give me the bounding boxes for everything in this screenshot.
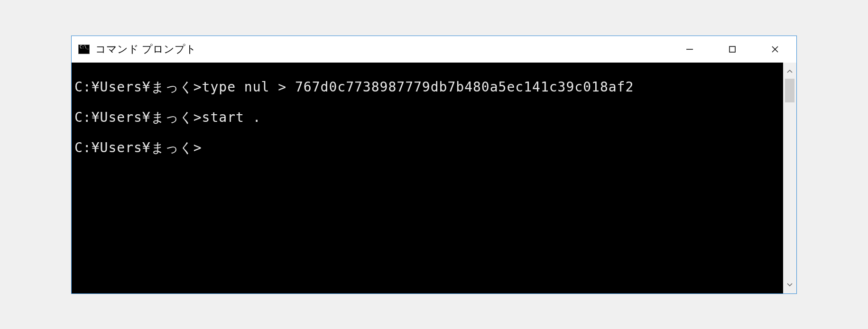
scroll-up-arrow[interactable] [783,64,796,78]
vertical-scrollbar[interactable] [783,63,796,293]
command: type nul > 767d0c7738987779db7b480a5ec14… [202,79,634,95]
minimize-button[interactable] [668,36,711,63]
scroll-down-arrow[interactable] [783,278,796,292]
svg-rect-1 [729,46,735,52]
prompt: C:¥Users¥まっく> [74,110,202,125]
command: start . [202,110,261,125]
titlebar[interactable]: コマンド プロンプト [72,36,796,63]
maximize-button[interactable] [711,36,754,63]
command-prompt-window: コマンド プロンプト C:¥Users¥まっく>type nul > 767d0 [71,36,797,294]
scroll-thumb[interactable] [785,79,794,102]
terminal-area: C:¥Users¥まっく>type nul > 767d0c7738987779… [72,63,796,293]
close-button[interactable] [754,36,796,63]
window-controls [668,36,796,63]
minimize-icon [685,45,694,54]
chevron-up-icon [787,69,793,73]
prompt: C:¥Users¥まっく> [74,79,202,95]
terminal-line: C:¥Users¥まっく> [74,140,202,155]
scroll-track[interactable] [783,78,796,278]
app-icon [78,45,90,54]
terminal-output[interactable]: C:¥Users¥まっく>type nul > 767d0c7738987779… [72,63,783,293]
prompt: C:¥Users¥まっく> [74,140,202,155]
maximize-icon [729,46,736,53]
window-title: コマンド プロンプト [95,42,668,56]
terminal-line: C:¥Users¥まっく>start . [74,110,261,125]
close-icon [771,45,779,54]
chevron-down-icon [787,283,793,287]
terminal-line: C:¥Users¥まっく>type nul > 767d0c7738987779… [74,79,634,95]
